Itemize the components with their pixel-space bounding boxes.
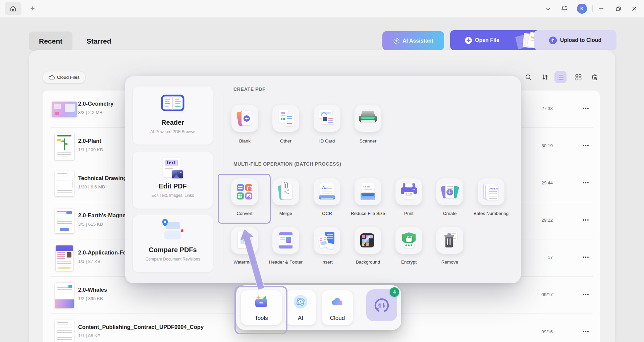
batch-watermark-tile[interactable]: $ — [231, 227, 258, 254]
merge-icon — [278, 183, 293, 201]
create-other-tile[interactable] — [272, 105, 299, 132]
batch-remove-label: Remove — [425, 260, 474, 265]
file-thumbnail — [52, 102, 77, 117]
ai-sparkle-icon — [393, 38, 400, 44]
batch-create-tile[interactable] — [436, 178, 463, 205]
file-thumbnail — [55, 171, 74, 196]
edit-pdf-subtitle: Edit Text, Images, Links — [133, 193, 213, 198]
watermark-icon: $ — [238, 232, 251, 248]
batch-bates-label: Bates Numbering — [467, 211, 516, 216]
upload-to-cloud-label: Upload to Cloud — [560, 37, 602, 43]
plus-circle-icon — [465, 37, 472, 44]
search-icon[interactable] — [522, 71, 534, 83]
file-thumbnail — [56, 245, 73, 271]
edit-pdf-card[interactable]: Text Edit PDF Edit Text, Images, Links — [133, 152, 213, 209]
dock-cloud-icon — [330, 295, 345, 308]
batch-convert-tile[interactable] — [231, 178, 258, 205]
remove-icon — [442, 232, 457, 249]
file-date: 09/16 — [534, 329, 553, 334]
grid-view-icon[interactable] — [572, 71, 584, 83]
file-more-button[interactable]: ••• — [579, 178, 593, 188]
file-thumbnail — [55, 133, 74, 160]
minimize-button[interactable] — [595, 3, 608, 15]
reader-book-icon — [160, 93, 186, 115]
file-date: 50:19 — [534, 143, 553, 148]
file-date: 09/17 — [534, 292, 553, 297]
tab-starred[interactable]: Starred — [84, 32, 114, 51]
dock-ai-button[interactable]: AI — [285, 290, 316, 325]
dock-cloud-button[interactable]: Cloud — [322, 290, 353, 325]
sort-icon[interactable] — [539, 71, 551, 83]
compare-pdfs-title: Compare PDFs — [133, 246, 213, 254]
header-footer-icon — [279, 232, 292, 248]
upload-arrow-icon — [549, 37, 557, 44]
create-id-card-tile[interactable] — [314, 105, 340, 132]
create-scanner-label: Scanner — [343, 138, 392, 144]
dock-divider — [359, 301, 359, 316]
modal-horizontal-divider — [233, 152, 512, 152]
home-tab[interactable] — [5, 2, 21, 15]
user-avatar[interactable]: K — [577, 4, 587, 14]
list-view-icon — [557, 74, 564, 80]
open-file-button[interactable]: Open File — [450, 30, 541, 50]
convert-icon — [237, 184, 252, 199]
file-meta: 1/1 | 87 KB — [78, 259, 101, 264]
cloud-icon — [49, 75, 55, 80]
cloud-files-label: Cloud Files — [57, 75, 80, 80]
file-more-button[interactable]: ••• — [579, 140, 593, 151]
compare-pdfs-card[interactable]: Compare PDFs Compare Document Revisions — [133, 215, 213, 272]
file-meta: 1/1 | 86 KB — [78, 333, 101, 338]
bates-numbering-icon: 000123 — [483, 183, 499, 201]
file-more-button[interactable]: ••• — [579, 289, 593, 299]
background-icon — [360, 233, 376, 248]
dock-cloud-label: Cloud — [322, 315, 353, 322]
compare-pdfs-icon — [162, 220, 183, 241]
file-more-button[interactable]: ••• — [579, 103, 593, 113]
ocr-icon: Aa — [319, 183, 335, 200]
batch-bates-tile[interactable]: 000123 — [478, 178, 504, 205]
window-titlebar: + K — [0, 0, 644, 17]
ai-assistant-button[interactable]: AI Assistant — [382, 31, 444, 50]
file-meta: 1/1 | 209 KB — [78, 147, 103, 152]
reader-card[interactable]: Reader AI-Powered PDF Browse — [133, 87, 213, 145]
restore-button[interactable] — [612, 3, 625, 15]
batch-ocr-tile[interactable]: Aa — [314, 178, 340, 205]
batch-print-tile[interactable] — [395, 178, 422, 205]
create-blank-tile[interactable] — [231, 105, 258, 132]
file-more-button[interactable]: ••• — [579, 327, 593, 337]
batch-insert-tile[interactable] — [314, 227, 340, 254]
reader-subtitle: AI-Powered PDF Browse — [133, 129, 213, 134]
file-more-button[interactable]: ••• — [579, 252, 593, 262]
batch-reduce-tile[interactable] — [355, 178, 381, 205]
edit-pdf-icon: Text — [162, 157, 183, 178]
batch-merge-tile[interactable] — [272, 178, 299, 205]
file-thumbnail — [55, 209, 74, 233]
cloud-files-button[interactable]: Cloud Files — [43, 71, 86, 83]
file-more-button[interactable]: ••• — [579, 215, 593, 225]
close-button[interactable] — [628, 3, 641, 15]
id-card-icon — [319, 110, 335, 126]
batch-remove-tile[interactable] — [436, 227, 463, 254]
transfer-progress-icon — [373, 297, 390, 314]
upload-to-cloud-button[interactable]: Upload to Cloud — [534, 30, 616, 50]
list-view-button[interactable] — [554, 71, 567, 83]
notification-bell-icon[interactable] — [558, 3, 571, 15]
file-meta: 1/2 | 395 KB — [78, 296, 103, 301]
ai-assistant-label: AI Assistant — [402, 38, 433, 44]
recycle-bin-icon[interactable] — [589, 71, 601, 83]
file-name: 2.0-Plant — [78, 138, 101, 144]
batch-background-tile[interactable] — [355, 227, 381, 254]
new-tab-button[interactable]: + — [28, 4, 37, 13]
tools-modal: Reader AI-Powered PDF Browse Text Edit P… — [125, 76, 521, 283]
edit-pdf-title: Edit PDF — [133, 182, 213, 190]
file-date: 29:44 — [534, 180, 553, 185]
ai-icon — [294, 295, 307, 308]
batch-encrypt-tile[interactable]: ✱ ✱ ✱ — [395, 227, 422, 254]
file-date: 17 — [534, 255, 553, 260]
tools-highlight-outline — [234, 286, 287, 334]
encrypt-icon: ✱ ✱ ✱ — [401, 232, 416, 248]
tab-recent[interactable]: Recent — [29, 32, 72, 51]
chevron-down-icon[interactable] — [542, 3, 554, 15]
create-scanner-tile[interactable] — [355, 105, 381, 132]
batch-header-footer-tile[interactable] — [272, 227, 299, 254]
